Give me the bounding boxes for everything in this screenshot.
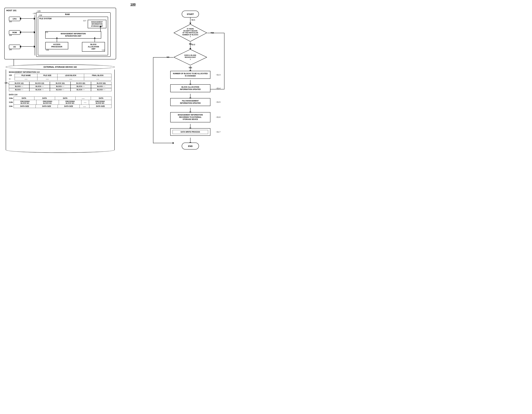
mgmt-info-section: MANAGEMENT INFORMATION 113 115 ⎯ FILE NA… <box>9 71 112 80</box>
step3-ref: ~S1-3 <box>216 74 220 76</box>
block-row2-3: BLOCK······ <box>50 88 70 91</box>
step-s1-2: S1-2 <box>191 44 195 46</box>
ref-115: 115 ⎯ <box>9 74 13 79</box>
ram-number: ~105 <box>36 10 41 12</box>
access-processor-box: ACCESSPROCESSOR <box>45 42 68 49</box>
step4-ref: ~S1-4 <box>216 87 220 89</box>
io-box: I/O <box>9 45 20 49</box>
data-table-c: DATA SIZE DATA SIZE DATA SIZE ...... DAT… <box>14 105 112 108</box>
step7-outer: DATA WRITE PROCESS <box>170 128 210 136</box>
block-row1-1: BLOCK······ <box>9 85 29 88</box>
arrow-s6-s7 <box>190 124 190 128</box>
cpu-arrow-right <box>34 18 35 20</box>
bus-line <box>35 15 35 55</box>
cpu-arrow-line <box>21 18 35 19</box>
step3-rect: NUMBER OF BLOCKS TO BE ALLOCATED IS CHAN… <box>170 71 210 79</box>
cpu-label: CPU <box>13 18 17 20</box>
no-line-down <box>153 57 153 143</box>
arrow-s4-s5 <box>190 94 190 98</box>
host-label: HOST 101 <box>6 9 17 12</box>
mgmt-integration-label: MANAGEMENT INFORMATIONINTEGRATION UNIT <box>47 33 100 37</box>
data-b-4: ...... <box>81 100 89 105</box>
io-arrow-line <box>21 46 35 47</box>
block-up-line <box>95 38 95 42</box>
cpu-arrow-left <box>20 18 21 20</box>
diamond2-text: DOES A BLANKREGION EXIST? <box>181 54 200 60</box>
data-row-c-container: 114c DATA SIZE DATA SIZE DATA SIZE .....… <box>9 105 112 108</box>
diamond2: DOES A BLANKREGION EXIST? YES NO <box>173 49 208 66</box>
block-row2-4: BLOCK······ <box>70 88 91 91</box>
step4-rect: BLOCK ALLOCATIONINFORMATION UPDATED <box>170 84 210 92</box>
end-node: END <box>182 143 199 149</box>
step3-box: NUMBER OF BLOCKS TO BE ALLOCATED IS CHAN… <box>170 71 210 79</box>
blocks-row-2: BLOCK······ BLOCK······ BLOCK······ BLOC… <box>9 88 112 91</box>
cpu-number: 103 <box>9 21 12 23</box>
block-row2-1: BLOCK······ <box>9 88 29 91</box>
step7-box: DATA WRITE PROCESS ~S1-7 <box>170 128 210 136</box>
ram-label: RAM <box>65 13 70 16</box>
data-row-a-container: 114a DATA DATA DATA ...... DATA <box>9 97 112 100</box>
io-label: I/O <box>13 46 16 48</box>
block-row2-2: BLOCK······ <box>29 88 50 91</box>
arrow-s5-s6 <box>190 108 190 112</box>
arrow-s3-s4 <box>190 80 190 84</box>
block-row1-5: BLOCK······ <box>91 85 112 88</box>
step6-box: MANAGEMENT INFORMATIONRECORDED TO EXTERN… <box>170 112 210 122</box>
access-processor-label: ACCESSPROCESSOR <box>47 43 67 48</box>
data-c-5: DATA SIZE <box>89 105 112 108</box>
diamond1-text: IS THEREAN EMPTY REGIONOF THE PARTICULAR… <box>180 28 201 38</box>
arrow-d1-d2 <box>190 42 190 49</box>
arrow-s7-end <box>190 138 190 143</box>
cylinder-top: EXTERNAL STORAGE DEVICE 102 <box>6 64 115 69</box>
no-arrow-left <box>153 57 173 58</box>
cell-filename: ...... <box>15 77 38 80</box>
start-label: START <box>187 13 194 15</box>
step6-ref: ~S1-6 <box>216 116 220 118</box>
step7-inner: DATA WRITE PROCESS <box>172 130 208 134</box>
filesystem-number: ~108 <box>38 14 42 16</box>
block-cell-1: BLOCK 1(2) <box>9 82 29 85</box>
block-cell-5: BLOCK 5(6) <box>91 82 112 85</box>
data-a-5: DATA <box>91 97 112 100</box>
step4-box: BLOCK ALLOCATIONINFORMATION UPDATED ~S1-… <box>170 84 210 92</box>
data-section-label: DATA 114 <box>9 94 112 96</box>
col-filesize: FILE SIZE <box>38 74 57 77</box>
main-container: HOST 101 ~107 CPU 103 ROM 104 <box>0 8 266 207</box>
col-leadblock: LEAD BLOCK <box>57 74 84 77</box>
rom-arrow-left <box>20 31 21 33</box>
cell-filesize: ...... <box>38 77 57 80</box>
block-row1-3: BLOCK······ <box>50 85 70 88</box>
data-table-b: PRECEDINGBLOCK NO. PRECEDINGBLOCK NO. PR… <box>14 100 112 105</box>
block-row1-4: BLOCK······ <box>70 85 91 88</box>
data-row-c: DATA SIZE DATA SIZE DATA SIZE ...... DAT… <box>14 105 111 108</box>
rom-box: ROM <box>9 30 20 35</box>
access-processor-number: ~109 <box>45 49 49 51</box>
data-row-b: PRECEDINGBLOCK NO. PRECEDINGBLOCK NO. PR… <box>14 100 112 105</box>
filesystem-label: FILE SYSTEM <box>39 18 51 20</box>
block-cell-2: BLOCK 2(3) <box>29 82 50 85</box>
up-arrowhead <box>99 26 102 27</box>
no-arrowhead-right <box>173 142 174 144</box>
io-arrow-right <box>34 46 35 48</box>
ext-storage: EXTERNAL STORAGE DEVICE 102 MANAGEMENT I… <box>6 64 115 153</box>
block-allocation-label: BLOCKALLOCATIONUNIT <box>83 43 104 50</box>
data-c-4: ...... <box>80 105 89 108</box>
block-allocation-number: ~110 <box>101 49 105 51</box>
access-up-arrowhead <box>56 37 58 39</box>
rom-label: ROM <box>12 31 17 34</box>
blocks-row-1: BLOCK······ BLOCK······ BLOCK······ BLOC… <box>9 85 112 88</box>
access-up-line <box>57 38 57 42</box>
mgmt-info-storage-number: 112~ <box>83 20 86 21</box>
start-shape: START <box>182 11 199 18</box>
step7-ref: ~S1-7 <box>216 131 220 133</box>
block-row2-5: BLOCK······ <box>91 88 112 91</box>
arrow-d2-s3 <box>190 66 190 71</box>
data-c-3: DATA SIZE <box>58 105 80 108</box>
page-title: 100 <box>0 0 266 6</box>
data-table-a: DATA DATA DATA ...... DATA <box>14 97 112 100</box>
rom-arrow-line <box>21 32 35 32</box>
data-a-3: DATA <box>55 97 76 100</box>
table-data-row: ...... ...... ...... ...... <box>15 77 112 80</box>
data-b-5: PRECEDINGBLOCK NO. <box>89 100 111 105</box>
mgmt-info-storage-label: MANAGEMENTINFORMATIONSTORAGE UNIT <box>89 21 105 27</box>
